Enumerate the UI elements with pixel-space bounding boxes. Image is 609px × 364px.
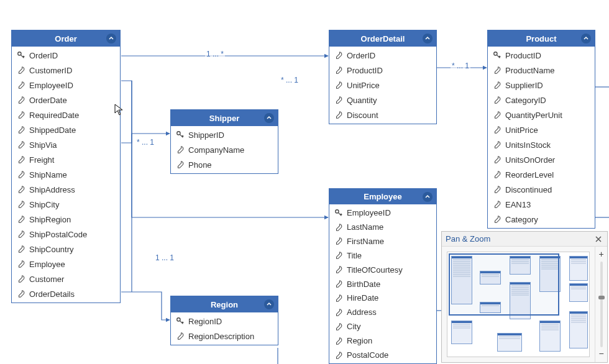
wrench-icon	[493, 185, 501, 194]
field-label: RegionDescription	[188, 332, 254, 341]
field-row[interactable]: UnitPrice	[488, 122, 595, 137]
wrench-icon	[176, 160, 185, 169]
field-row[interactable]: Address	[329, 305, 436, 319]
field-row[interactable]: Freight	[12, 152, 120, 167]
field-row[interactable]: OrderID	[329, 48, 436, 63]
field-label: EAN13	[505, 200, 531, 209]
entity-header-shipper[interactable]: Shipper	[171, 110, 278, 126]
field-row[interactable]: ProductID	[488, 48, 595, 63]
field-row[interactable]: TitleOfCourtesy	[329, 263, 436, 277]
field-row[interactable]: EmployeeID	[12, 78, 120, 93]
field-row[interactable]: ShipCountry	[12, 242, 120, 257]
field-row[interactable]: FirstName	[329, 234, 436, 248]
minimap[interactable]	[447, 252, 590, 357]
zoom-in-button[interactable]: +	[597, 250, 606, 259]
field-label: Customer	[29, 275, 64, 284]
field-row[interactable]: CategoryID	[488, 93, 595, 107]
entity-fields-orderdetail: OrderIDProductIDUnitPriceQuantityDiscoun…	[329, 47, 436, 124]
field-label: RequiredDate	[29, 111, 79, 120]
field-row[interactable]: Region	[329, 334, 436, 348]
wrench-icon	[17, 245, 25, 253]
field-row[interactable]: ShipperID	[171, 127, 278, 142]
field-row[interactable]: QuantityPerUnit	[488, 107, 595, 122]
entity-employee[interactable]: Employee EmployeeIDLastNameFirstNameTitl…	[329, 188, 437, 364]
key-icon	[176, 317, 185, 325]
panzoom-header[interactable]: Pan & Zoom	[442, 232, 607, 247]
field-row[interactable]: Quantity	[329, 93, 436, 107]
entity-order[interactable]: Order OrderIDCustomerIDEmployeeIDOrderDa…	[11, 30, 121, 303]
field-label: ProductName	[505, 66, 554, 75]
wrench-icon	[334, 294, 343, 303]
wrench-icon	[17, 66, 25, 75]
field-row[interactable]: ShipAddress	[12, 182, 120, 197]
field-row[interactable]: Discount	[329, 107, 436, 122]
field-row[interactable]: RegionID	[171, 314, 278, 329]
field-row[interactable]: SupplierID	[488, 78, 595, 93]
field-row[interactable]: UnitsInStock	[488, 137, 595, 152]
field-row[interactable]: OrderDate	[12, 93, 120, 107]
collapse-icon[interactable]	[264, 113, 274, 123]
field-label: Discount	[347, 111, 378, 120]
field-row[interactable]: OrderID	[12, 48, 120, 63]
field-row[interactable]: Phone	[171, 157, 278, 172]
zoom-out-button[interactable]: −	[597, 350, 606, 358]
field-row[interactable]: Customer	[12, 271, 120, 286]
connector-label-order-orderdetail: 1 ... *	[205, 50, 225, 58]
close-icon[interactable]	[593, 234, 603, 244]
field-row[interactable]: PostalCode	[329, 348, 436, 362]
entity-header-region[interactable]: Region	[171, 296, 278, 312]
field-row[interactable]: CompanyName	[171, 142, 278, 157]
collapse-icon[interactable]	[106, 34, 116, 43]
field-row[interactable]: ShipName	[12, 167, 120, 182]
entity-header-employee[interactable]: Employee	[329, 189, 436, 204]
field-row[interactable]: Category	[488, 212, 595, 227]
wrench-icon	[493, 125, 501, 134]
field-row[interactable]: ShipVia	[12, 137, 120, 152]
field-row[interactable]: City	[329, 319, 436, 334]
zoom-thumb[interactable]	[598, 296, 605, 299]
field-row[interactable]: ShipCity	[12, 197, 120, 212]
entity-header-product[interactable]: Product	[488, 30, 595, 47]
entity-region[interactable]: Region RegionIDRegionDescription	[170, 296, 278, 345]
entity-orderdetail[interactable]: OrderDetail OrderIDProductIDUnitPriceQua…	[329, 30, 437, 124]
field-row[interactable]: HireDate	[329, 291, 436, 306]
field-label: ShipAddress	[29, 185, 75, 194]
entity-header-order[interactable]: Order	[12, 30, 120, 47]
wrench-icon	[17, 215, 25, 224]
entity-header-orderdetail[interactable]: OrderDetail	[329, 30, 436, 47]
field-label: RegionID	[188, 317, 222, 326]
entity-shipper[interactable]: Shipper ShipperIDCompanyNamePhone	[170, 109, 278, 174]
collapse-icon[interactable]	[581, 34, 591, 43]
entity-product[interactable]: Product ProductIDProductNameSupplierIDCa…	[487, 30, 595, 229]
minimap-viewport[interactable]	[449, 253, 559, 316]
field-row[interactable]: Employee	[12, 257, 120, 271]
field-row[interactable]: UnitPrice	[329, 78, 436, 93]
field-row[interactable]: Discontinued	[488, 182, 595, 197]
field-row[interactable]: UnitsOnOrder	[488, 152, 595, 167]
collapse-icon[interactable]	[423, 34, 433, 43]
field-row[interactable]: ShipPostalCode	[12, 227, 120, 242]
diagram-canvas[interactable]: 1 ... * * ... 1 * ... 1 * ... 1 1 ... 1 …	[0, 0, 609, 364]
field-row[interactable]: LastName	[329, 220, 436, 234]
field-row[interactable]: RegionDescription	[171, 329, 278, 344]
field-row[interactable]: EAN13	[488, 197, 595, 212]
field-row[interactable]: ProductName	[488, 63, 595, 78]
field-row[interactable]: EmployeeID	[329, 206, 436, 220]
collapse-icon[interactable]	[264, 299, 274, 309]
field-row[interactable]: ReorderLevel	[488, 167, 595, 182]
field-row[interactable]: CustomerID	[12, 63, 120, 78]
field-row[interactable]: BirthDate	[329, 277, 436, 291]
field-row[interactable]: ShippedDate	[12, 122, 120, 137]
panzoom-panel[interactable]: Pan & Zoom	[441, 231, 608, 363]
wrench-icon	[334, 280, 343, 288]
wrench-icon	[17, 81, 25, 89]
field-row[interactable]: Title	[329, 248, 436, 263]
field-row[interactable]: ShipRegion	[12, 212, 120, 227]
zoom-slider[interactable]	[600, 262, 603, 347]
entity-title: Region	[176, 300, 273, 309]
field-label: CategoryID	[505, 96, 546, 105]
field-row[interactable]: OrderDetails	[12, 286, 120, 301]
field-row[interactable]: ProductID	[329, 63, 436, 78]
collapse-icon[interactable]	[423, 192, 433, 202]
field-row[interactable]: RequiredDate	[12, 107, 120, 122]
